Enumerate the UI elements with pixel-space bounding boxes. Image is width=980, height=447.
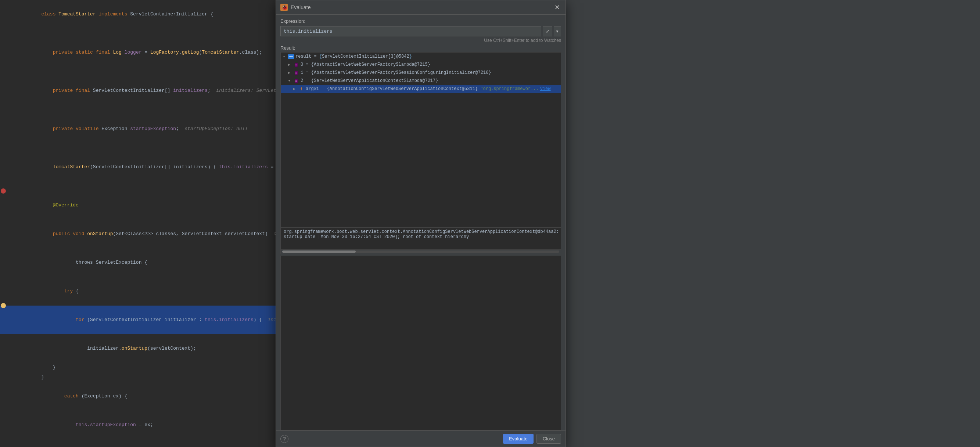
evaluate-button[interactable]: Evaluate	[503, 434, 533, 444]
code-line-3: private static final Log logger = LogFac…	[0, 38, 275, 67]
tree-item-root-text: result = {ServletContextInitializer[3]@5…	[296, 54, 412, 59]
code-line-10	[0, 181, 275, 191]
code-line-20: this.startUpException = ex;	[0, 410, 275, 439]
code-lines: class TomcatStarter implements ServletCo…	[0, 0, 275, 447]
lower-text-area	[280, 256, 561, 431]
code-line-19: catch (Exception ex) {	[0, 382, 275, 410]
tree-item-0-text: 0 = {AbstractServletWebServerFactory$lam…	[301, 62, 430, 67]
evaluate-dialog: 🐞 Evaluate ✕ Expression: ⤢ ▼ Use Ctrl+Sh…	[275, 0, 566, 447]
expression-label: Expression:	[280, 18, 561, 24]
code-line-16: initializer.onStartup(servletContext);	[0, 334, 275, 363]
tree-arrow-2[interactable]: ▾	[288, 79, 293, 83]
tree-arrow-1[interactable]: ▶	[288, 70, 293, 75]
tree-item-2-text: 2 = {ServletWebServerApplicationContext$…	[301, 78, 438, 83]
code-line-9: TomcatStarter(ServletContextInitializer[…	[0, 153, 275, 181]
tree-item-1[interactable]: ▶ ≡ 1 = {AbstractServletWebServerFactory…	[281, 69, 561, 77]
code-editor: class TomcatStarter implements ServletCo…	[0, 0, 275, 447]
tree-item-1-text: 1 = {AbstractServletWebServerFactory$Ses…	[301, 70, 491, 75]
preview-text-line2: startup date [Mon Nov 30 16:27:54 CST 20…	[284, 234, 469, 239]
code-line-15-active: for (ServletContextInitializer initializ…	[0, 305, 275, 334]
tree-arrow-arg1[interactable]: ▶	[293, 87, 298, 91]
watches-hint: Use Ctrl+Shift+Enter to add to Watches	[280, 38, 561, 43]
preview-text-line1: org.springframework.boot.web.servlet.con…	[284, 229, 559, 234]
code-line-21: // Prevent Tomcat from logging and re-th…	[0, 439, 275, 447]
field-icon-arg1: f	[301, 87, 302, 91]
tree-arrow-root[interactable]: ▾	[283, 54, 288, 59]
result-tree[interactable]: ▾ ∞∞ result = {ServletContextInitializer…	[280, 52, 561, 228]
footer-buttons: Evaluate Close	[503, 434, 561, 444]
svg-text:🐞: 🐞	[282, 5, 288, 11]
tree-item-0[interactable]: ▶ ≡ 0 = {AbstractServletWebServerFactory…	[281, 60, 561, 69]
scrollbar-track[interactable]	[282, 250, 559, 253]
dialog-close-button[interactable]: ✕	[553, 3, 561, 11]
breakpoint-icon[interactable]	[1, 188, 6, 194]
evaluate-dialog-panel: 🐞 Evaluate ✕ Expression: ⤢ ▼ Use Ctrl+Sh…	[275, 0, 980, 447]
expand-expression-button[interactable]: ⤢	[543, 26, 552, 37]
code-line-7: private volatile Exception startUpExcept…	[0, 115, 275, 143]
result-label: Result:	[280, 45, 561, 51]
array-icon-1: ≡	[295, 71, 298, 75]
array-icon-2: ≡	[295, 79, 298, 83]
expression-row: ⤢ ▼	[280, 26, 561, 37]
help-button[interactable]: ?	[280, 435, 288, 443]
code-line-14: try {	[0, 277, 275, 305]
array-icon: ∞∞	[288, 54, 295, 59]
value-preview-area: org.springframework.boot.web.servlet.con…	[280, 228, 561, 250]
code-line-13: throws ServletException {	[0, 248, 275, 277]
tree-item-arg1-text: arg$1 = {AnnotationConfigServletWebServe…	[306, 86, 539, 91]
tree-item-arg1[interactable]: ▶ f arg$1 = {AnnotationConfigServletWebS…	[281, 85, 561, 93]
code-line-6	[0, 105, 275, 115]
scrollbar-thumb[interactable]	[282, 250, 356, 253]
dialog-titlebar: 🐞 Evaluate ✕	[276, 0, 565, 15]
horizontal-scrollbar[interactable]	[280, 250, 561, 254]
expression-input[interactable]	[280, 26, 541, 37]
code-line-5: private final ServletContextInitializer[…	[0, 76, 275, 105]
dialog-body: Expression: ⤢ ▼ Use Ctrl+Shift+Enter to …	[276, 15, 565, 431]
code-line-12: public void onStartup(Set<Class<?>> clas…	[0, 220, 275, 248]
code-line-18: }	[0, 372, 275, 382]
evaluate-icon: 🐞	[280, 4, 288, 11]
current-line-icon	[1, 303, 6, 308]
code-line-4	[0, 67, 275, 76]
expression-history-button[interactable]: ▼	[554, 26, 561, 37]
tree-arrow-0[interactable]: ▶	[288, 62, 293, 67]
code-line-17: }	[0, 363, 275, 372]
array-icon-0: ≡	[295, 63, 298, 67]
dialog-footer: ? Evaluate Close	[276, 431, 565, 447]
view-link[interactable]: View	[540, 86, 551, 91]
dialog-title-text: Evaluate	[291, 5, 310, 10]
tree-item-root[interactable]: ▾ ∞∞ result = {ServletContextInitializer…	[281, 52, 561, 60]
tree-item-2[interactable]: ▾ ≡ 2 = {ServletWebServerApplicationCont…	[281, 77, 561, 85]
code-line-1: class TomcatStarter implements ServletCo…	[0, 0, 275, 29]
code-line-8	[0, 143, 275, 153]
code-line-2	[0, 29, 275, 38]
code-line-11: @Override	[0, 191, 275, 220]
close-button[interactable]: Close	[536, 434, 561, 444]
